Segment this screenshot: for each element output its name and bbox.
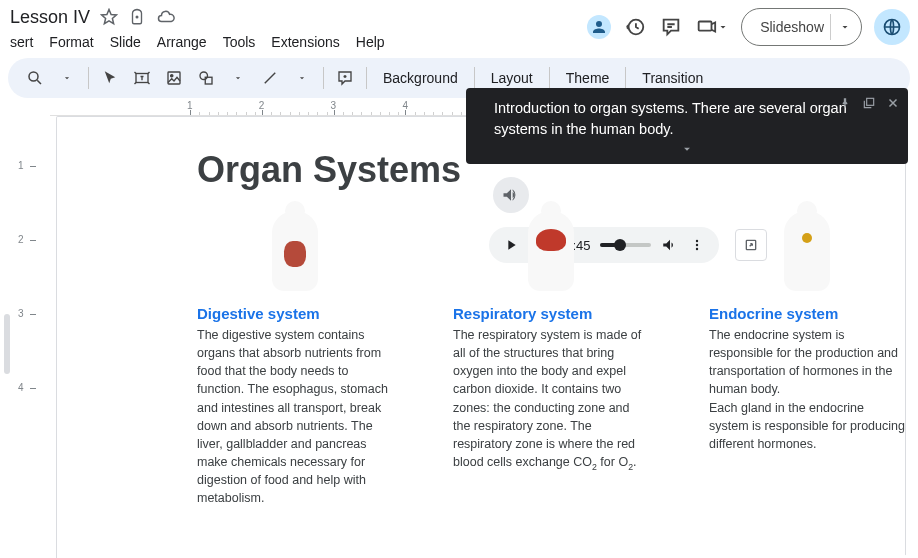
caption-text: Introduction to organ systems. There are… [494, 98, 868, 140]
shape-tool-icon[interactable] [191, 64, 221, 92]
select-tool-icon[interactable] [95, 64, 125, 92]
menu-format[interactable]: Format [49, 34, 93, 50]
menu-slide[interactable]: Slide [110, 34, 141, 50]
anatomy-image [767, 211, 847, 299]
zoom-icon[interactable] [20, 64, 50, 92]
svg-point-11 [696, 240, 698, 242]
more-icon[interactable] [689, 237, 705, 253]
open-external-icon[interactable] [735, 229, 767, 261]
menu-insert[interactable]: sert [10, 34, 33, 50]
vertical-ruler: 1234 [12, 166, 36, 558]
move-icon[interactable] [128, 8, 146, 26]
line-dropdown[interactable] [287, 64, 317, 92]
column-body: The endocrine system is responsible for … [709, 326, 905, 453]
slide-canvas[interactable]: Organ Systems 0:17 / 0:45 Digestive syst… [56, 116, 906, 558]
anatomy-image [255, 211, 335, 299]
menu-extensions[interactable]: Extensions [271, 34, 339, 50]
toolbar-layout[interactable]: Layout [481, 70, 543, 86]
textbox-tool-icon[interactable] [127, 64, 157, 92]
menu-tools[interactable]: Tools [223, 34, 256, 50]
pin-icon[interactable] [838, 96, 852, 113]
present-icon[interactable] [695, 15, 729, 39]
svg-point-7 [171, 75, 173, 77]
svg-point-0 [136, 16, 139, 19]
svg-rect-2 [699, 22, 712, 31]
column-heading: Endocrine system [709, 305, 905, 322]
close-icon[interactable] [886, 96, 900, 113]
popout-icon[interactable] [862, 96, 876, 113]
share-globe-icon[interactable] [874, 9, 910, 45]
slideshow-dropdown[interactable] [830, 14, 859, 40]
column-body: The digestive system contains organs tha… [197, 326, 393, 507]
menu-help[interactable]: Help [356, 34, 385, 50]
comment-tool-icon[interactable] [330, 64, 360, 92]
menu-arrange[interactable]: Arrange [157, 34, 207, 50]
content-column[interactable]: Digestive systemThe digestive system con… [197, 211, 393, 507]
svg-point-12 [696, 244, 698, 246]
collaborator-badge [587, 15, 611, 39]
shape-dropdown[interactable] [223, 64, 253, 92]
toolbar-transition[interactable]: Transition [632, 70, 713, 86]
anatomy-image [511, 211, 591, 299]
audio-seek-track[interactable] [600, 243, 651, 247]
column-heading: Respiratory system [453, 305, 649, 322]
svg-point-8 [200, 72, 208, 80]
line-tool-icon[interactable] [255, 64, 285, 92]
chevron-down-icon[interactable] [678, 142, 696, 160]
toolbar-theme[interactable]: Theme [556, 70, 620, 86]
column-body: The respiratory system is made of all of… [453, 326, 649, 473]
star-icon[interactable] [100, 8, 118, 26]
zoom-dropdown[interactable] [52, 64, 82, 92]
svg-rect-10 [867, 98, 874, 105]
volume-icon[interactable] [661, 236, 679, 254]
cloud-icon[interactable] [156, 8, 176, 26]
comment-icon[interactable] [659, 15, 683, 39]
scrollbar[interactable] [4, 314, 10, 374]
svg-point-13 [696, 248, 698, 250]
toolbar-background[interactable]: Background [373, 70, 468, 86]
document-title[interactable]: Lesson IV [10, 7, 90, 28]
svg-point-4 [29, 72, 38, 81]
slideshow-button[interactable]: Slideshow [741, 8, 862, 46]
column-heading: Digestive system [197, 305, 393, 322]
caption-panel: Introduction to organ systems. There are… [466, 88, 908, 164]
speaker-icon[interactable] [493, 177, 529, 213]
history-icon[interactable] [623, 15, 647, 39]
image-tool-icon[interactable] [159, 64, 189, 92]
